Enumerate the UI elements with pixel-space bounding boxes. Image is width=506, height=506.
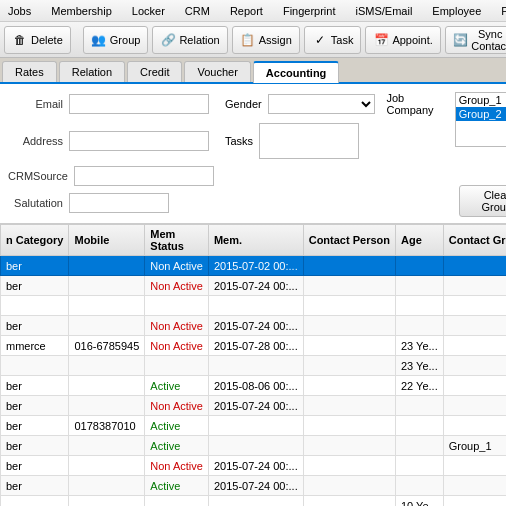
cell-mobile bbox=[69, 256, 145, 276]
table-row[interactable] bbox=[1, 296, 507, 316]
cell-mem-status: Active bbox=[145, 416, 209, 436]
cell-contact-group bbox=[443, 356, 506, 376]
cell-age bbox=[396, 436, 444, 456]
table-row[interactable]: mmerce 016-6785945 Non Active 2015-07-28… bbox=[1, 336, 507, 356]
group-list-item[interactable]: Group_1 bbox=[456, 93, 506, 107]
table-row[interactable]: ber Non Active 2015-07-24 00:... bbox=[1, 316, 507, 336]
gender-select[interactable] bbox=[268, 94, 375, 114]
cell-category: ber bbox=[1, 276, 69, 296]
cell-category: ber bbox=[1, 476, 69, 496]
cell-age bbox=[396, 296, 444, 316]
cell-contact-group bbox=[443, 256, 506, 276]
cell-category: ber bbox=[1, 256, 69, 276]
toolbar-btn-assign[interactable]: 📋Assign bbox=[232, 26, 300, 54]
menu-item-pos[interactable]: POS bbox=[497, 3, 506, 19]
toolbar-btn-label: Task bbox=[331, 34, 354, 46]
cell-mem-date: 2015-07-24 00:... bbox=[208, 476, 303, 496]
tab-relation[interactable]: Relation bbox=[59, 61, 125, 82]
cell-contact-person bbox=[303, 436, 395, 456]
table-row[interactable]: ber Non Active 2015-07-02 00:... bbox=[1, 256, 507, 276]
cell-contact-group bbox=[443, 456, 506, 476]
col-mem: Mem. bbox=[208, 225, 303, 256]
job-company-label: Job Company bbox=[387, 92, 447, 116]
cell-mem-date: 2015-07-28 00:... bbox=[208, 336, 303, 356]
toolbar-btn-appoint[interactable]: 📅Appoint. bbox=[365, 26, 440, 54]
col-age: Age bbox=[396, 225, 444, 256]
cell-age bbox=[396, 396, 444, 416]
cell-mem-status: Non Active bbox=[145, 316, 209, 336]
cell-category: ber bbox=[1, 436, 69, 456]
sync_contact-icon: 🔄 bbox=[453, 32, 468, 48]
toolbar-btn-group[interactable]: 👥Group bbox=[83, 26, 149, 54]
table-row[interactable]: ber Active 2015-08-06 00:... 22 Ye... bbox=[1, 376, 507, 396]
menu-item-isms/email[interactable]: iSMS/Email bbox=[351, 3, 416, 19]
cell-contact-person bbox=[303, 356, 395, 376]
table-row[interactable]: 10 Ye... bbox=[1, 496, 507, 507]
toolbar-btn-label: Relation bbox=[179, 34, 219, 46]
toolbar-btn-delete[interactable]: 🗑Delete bbox=[4, 26, 71, 54]
table-row[interactable]: ber Active Group_1 bbox=[1, 436, 507, 456]
cell-mobile bbox=[69, 436, 145, 456]
cell-age: 23 Ye... bbox=[396, 336, 444, 356]
menu-item-employee[interactable]: Employee bbox=[428, 3, 485, 19]
menu-item-report[interactable]: Report bbox=[226, 3, 267, 19]
toolbar-btn-sync_contact[interactable]: 🔄Sync Contact bbox=[445, 26, 506, 54]
cell-mobile bbox=[69, 376, 145, 396]
table-row[interactable]: ber Non Active 2015-07-24 00:... bbox=[1, 456, 507, 476]
cell-mem-date bbox=[208, 496, 303, 507]
cell-mem-date: 2015-07-24 00:... bbox=[208, 316, 303, 336]
salutation-input[interactable] bbox=[69, 193, 169, 213]
tab-rates[interactable]: Rates bbox=[2, 61, 57, 82]
cell-mem-status bbox=[145, 496, 209, 507]
cell-mobile bbox=[69, 356, 145, 376]
table-header-row: n Category Mobile MemStatus Mem. Contact… bbox=[1, 225, 507, 256]
group-list-item[interactable]: Group_2 bbox=[456, 107, 506, 121]
table-row[interactable]: ber 0178387010 Active bbox=[1, 416, 507, 436]
cell-mobile: 0178387010 bbox=[69, 416, 145, 436]
menu-item-fingerprint[interactable]: Fingerprint bbox=[279, 3, 340, 19]
cell-mem-status: Non Active bbox=[145, 336, 209, 356]
menu-item-locker[interactable]: Locker bbox=[128, 3, 169, 19]
table-row[interactable]: ber Active 2015-07-24 00:... bbox=[1, 476, 507, 496]
clear-group-button[interactable]: Clear Group bbox=[459, 185, 506, 217]
cell-category: ber bbox=[1, 316, 69, 336]
menu-item-jobs[interactable]: Jobs bbox=[4, 3, 35, 19]
cell-category: mmerce bbox=[1, 336, 69, 356]
cell-contact-group: Group_1 bbox=[443, 436, 506, 456]
group-icon: 👥 bbox=[91, 32, 107, 48]
tab-accounting[interactable]: Accounting bbox=[253, 61, 340, 83]
menu-item-crm[interactable]: CRM bbox=[181, 3, 214, 19]
cell-age: 10 Ye... bbox=[396, 496, 444, 507]
email-label: Email bbox=[8, 98, 63, 110]
toolbar-btn-label: Group bbox=[110, 34, 141, 46]
cell-mem-status: Non Active bbox=[145, 456, 209, 476]
cell-contact-group bbox=[443, 476, 506, 496]
tab-voucher[interactable]: Voucher bbox=[184, 61, 250, 82]
table-row[interactable]: ber Non Active 2015-07-24 00:... bbox=[1, 396, 507, 416]
table-row[interactable]: 23 Ye... bbox=[1, 356, 507, 376]
cell-mem-date bbox=[208, 416, 303, 436]
col-mobile: Mobile bbox=[69, 225, 145, 256]
cell-mem-date bbox=[208, 296, 303, 316]
cell-mobile bbox=[69, 396, 145, 416]
toolbar-btn-relation[interactable]: 🔗Relation bbox=[152, 26, 227, 54]
cell-category: ber bbox=[1, 376, 69, 396]
menu-item-membership[interactable]: Membership bbox=[47, 3, 116, 19]
crmsource-input[interactable] bbox=[74, 166, 214, 186]
toolbar-btn-label: Delete bbox=[31, 34, 63, 46]
cell-contact-group bbox=[443, 296, 506, 316]
toolbar-btn-task[interactable]: ✓Task bbox=[304, 26, 362, 54]
table-row[interactable]: ber Non Active 2015-07-24 00:... bbox=[1, 276, 507, 296]
cell-contact-group bbox=[443, 496, 506, 507]
data-table: n Category Mobile MemStatus Mem. Contact… bbox=[0, 224, 506, 506]
cell-contact-person bbox=[303, 336, 395, 356]
email-input[interactable] bbox=[69, 94, 209, 114]
relation-icon: 🔗 bbox=[160, 32, 176, 48]
cell-category: ber bbox=[1, 396, 69, 416]
cell-category: ber bbox=[1, 456, 69, 476]
address-input[interactable] bbox=[69, 131, 209, 151]
tasks-input[interactable] bbox=[259, 123, 359, 159]
tab-credit[interactable]: Credit bbox=[127, 61, 182, 82]
cell-mem-status: Non Active bbox=[145, 276, 209, 296]
cell-age bbox=[396, 316, 444, 336]
